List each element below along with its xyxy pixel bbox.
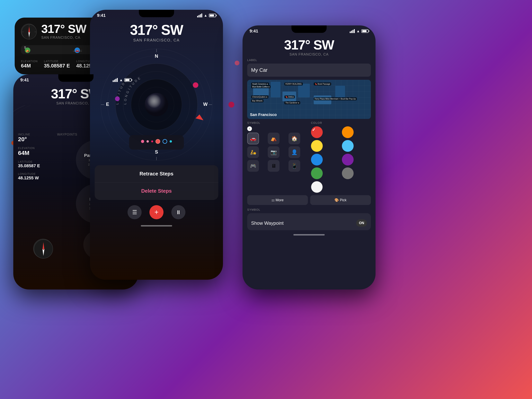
battery-icon-right bbox=[361, 29, 368, 33]
symbol-person[interactable]: 👤 bbox=[289, 146, 300, 158]
color-swatch-gray[interactable] bbox=[342, 167, 354, 179]
poi-delica: 🔖 Delica bbox=[284, 95, 295, 98]
svg-point-31 bbox=[193, 82, 198, 88]
add-btn[interactable]: + bbox=[149, 205, 164, 219]
elevation-label: ELEVATION bbox=[21, 60, 38, 63]
latitude-label: LATITUDE bbox=[44, 60, 70, 63]
color-swatch-white[interactable] bbox=[311, 181, 323, 193]
signal-bar-4 bbox=[117, 78, 118, 82]
bg-dot-pink3 bbox=[228, 102, 234, 108]
color-swatch-orange[interactable] bbox=[342, 126, 354, 138]
right-label-section: LABEL bbox=[242, 58, 375, 80]
tracker-dot-2 bbox=[146, 140, 149, 143]
svg-text:S: S bbox=[155, 149, 158, 154]
bg-dot-pink2 bbox=[235, 61, 239, 65]
poi-gardener: The Gardener ● bbox=[284, 101, 300, 104]
show-waypoint-toggle[interactable]: ON bbox=[356, 219, 367, 227]
show-waypoint-control: Show Waypoint ON bbox=[251, 216, 367, 228]
widget-stat-latitude: LATITUDE 35.08587 E bbox=[44, 60, 70, 69]
ruler-icon-tent: ⛺ bbox=[25, 48, 30, 53]
longitude-stat: LONGITUDE 48.1255 W bbox=[18, 172, 53, 181]
label-input[interactable] bbox=[247, 63, 371, 77]
phone-right-time: 9:41 bbox=[250, 29, 258, 34]
center-degrees: 317° SW bbox=[90, 22, 223, 38]
poi-heath: Heath Ceramics ● bbox=[251, 82, 269, 85]
poi-bay-wheels: Bay Wheels bbox=[251, 99, 263, 102]
symbol-monitor[interactable]: 🖥 bbox=[268, 160, 279, 172]
tracker-dot-red bbox=[156, 139, 160, 144]
phone-center-time: 9:41 bbox=[97, 13, 106, 18]
symbol-section: SYMBOL ✓ 🚗 ⛺ 🏠 🛵 📷 👤 🎮 🖥 📱 bbox=[247, 121, 307, 193]
latitude-stat: LATITUDE 35.08587 E bbox=[18, 160, 53, 168]
label-section-header: LABEL bbox=[247, 58, 371, 62]
symbol-tent[interactable]: ⛺ bbox=[268, 133, 279, 144]
pick-btn[interactable]: 🎨 Pick bbox=[310, 195, 371, 205]
symbol-color-section: SYMBOL ✓ 🚗 ⛺ 🏠 🛵 📷 👤 🎮 🖥 📱 COLOR bbox=[242, 121, 375, 193]
poi-ferry-wine: Ferry Plaza Wine Merchant + Bouli Bar Po… bbox=[314, 97, 357, 100]
svg-text:E: E bbox=[106, 101, 109, 107]
color-red-container: ✓ bbox=[311, 126, 340, 138]
phone-left-time: 9:41 bbox=[20, 77, 29, 82]
color-label: COLOR bbox=[311, 121, 371, 124]
signal-bars-right bbox=[350, 29, 355, 33]
color-swatch-light-blue[interactable] bbox=[342, 140, 354, 152]
symbol-phone[interactable]: 📱 bbox=[289, 160, 300, 172]
phone-center-status-icons: ▲ bbox=[197, 13, 216, 18]
more-btn[interactable]: ⚏ More bbox=[247, 195, 308, 205]
symbol-scooter[interactable]: 🛵 bbox=[247, 146, 259, 158]
right-header: 317° SW SAN FRANCISCO, CA bbox=[242, 34, 375, 58]
poi-blue-bottle: Blue Bottle Coffee ● bbox=[251, 85, 271, 88]
symbol-camera[interactable]: 📷 bbox=[268, 146, 279, 158]
poi-ferry: FERRY BUILDING bbox=[284, 82, 303, 85]
symbol-home[interactable]: 🏠 bbox=[289, 133, 300, 144]
wifi-icon-left: ▲ bbox=[119, 78, 123, 82]
delete-steps-btn[interactable]: Delete Steps bbox=[95, 183, 218, 200]
elevation-value-left: 64M bbox=[18, 150, 53, 156]
color-section: COLOR ✓ bbox=[311, 121, 371, 193]
pick-icon: 🎨 bbox=[335, 198, 340, 202]
elevation-label-left: ELEVATION bbox=[18, 146, 53, 150]
pause-btn[interactable]: ⏸ bbox=[171, 205, 185, 219]
elevation-stat: ELEVATION 64M bbox=[18, 146, 53, 156]
building-4 bbox=[298, 84, 310, 97]
longitude-value-left: 48.1255 W bbox=[18, 175, 53, 181]
phone-center: 9:41 ▲ 317° SW SAN FRANCISCO, CA N bbox=[90, 10, 223, 280]
tracker-dot-1 bbox=[141, 140, 144, 143]
list-btn[interactable]: ☰ bbox=[127, 205, 142, 219]
retrace-steps-btn[interactable]: Retrace Steps bbox=[95, 165, 218, 183]
action-sheet: Retrace Steps Delete Steps bbox=[95, 165, 218, 200]
mini-compass bbox=[33, 239, 53, 258]
wifi-icon-center: ▲ bbox=[204, 13, 207, 18]
latitude-value-left: 35.08587 E bbox=[18, 163, 53, 168]
signal-bar-1 bbox=[113, 80, 114, 82]
phone-right-notch bbox=[291, 25, 327, 33]
color-swatch-blue[interactable] bbox=[311, 154, 323, 165]
colors-grid: ✓ bbox=[311, 126, 371, 193]
color-swatch-purple[interactable] bbox=[342, 154, 354, 165]
symbol-color-row: SYMBOL ✓ 🚗 ⛺ 🏠 🛵 📷 👤 🎮 🖥 📱 COLOR bbox=[247, 121, 371, 193]
center-location: SAN FRANCISCO, CA bbox=[90, 38, 223, 42]
phone-left-notch bbox=[58, 74, 94, 82]
show-waypoint-section: SYMBOL Show Waypoint ON bbox=[242, 208, 375, 230]
show-waypoint-section-label: SYMBOL bbox=[247, 208, 371, 211]
right-location: SAN FRANCISCO, CA bbox=[242, 52, 375, 57]
symbol-preset-row: ✓ bbox=[247, 126, 307, 131]
symbol-gamepad[interactable]: 🎮 bbox=[247, 160, 259, 172]
svg-text:W: W bbox=[203, 101, 208, 107]
color-swatch-green[interactable] bbox=[311, 167, 323, 179]
show-waypoint-row: Show Waypoint ON bbox=[247, 213, 371, 230]
signal-bar-2 bbox=[114, 80, 115, 82]
widget-compass-icon bbox=[21, 24, 37, 39]
map-section: Heath Ceramics ● Blue Bottle Coffee ● FE… bbox=[242, 80, 375, 119]
map-location-label: San Francisco bbox=[247, 110, 279, 119]
longitude-label-left: LONGITUDE bbox=[18, 172, 53, 175]
color-swatch-yellow[interactable] bbox=[311, 140, 323, 152]
symbol-label: SYMBOL bbox=[247, 121, 307, 124]
bottom-controls: ☰ + ⏸ bbox=[90, 205, 223, 219]
more-icon: ⚏ bbox=[272, 198, 276, 202]
tracker-dot-teal bbox=[170, 140, 172, 143]
show-waypoint-label: Show Waypoint bbox=[251, 221, 284, 226]
elevation-value: 64M bbox=[21, 63, 38, 69]
phone-center-notch bbox=[139, 10, 174, 17]
symbol-car[interactable]: 🚗 bbox=[247, 133, 259, 144]
